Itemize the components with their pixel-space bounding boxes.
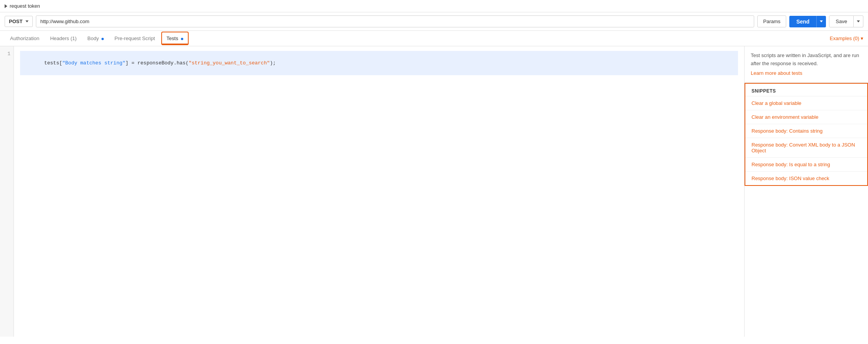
snippet-item-0[interactable]: Clear a global variable [745,96,867,110]
code-part-1: tests[ [44,60,62,66]
method-dropdown-icon [25,20,29,22]
send-dropdown-button[interactable] [816,16,826,27]
url-input[interactable] [36,15,754,27]
top-bar: request token [0,0,868,12]
tests-dot [181,38,183,40]
tabs-row: Authorization Headers (1) Body Pre-reque… [0,31,868,46]
save-button[interactable]: Save [829,15,854,27]
snippets-box: SNIPPETS Clear a global variable Clear a… [745,83,868,186]
tab-tests[interactable]: Tests [161,32,189,45]
method-label: POST [9,19,22,24]
tab-authorization[interactable]: Authorization [5,32,45,45]
save-btn-group: Save [829,15,863,27]
snippet-item-1[interactable]: Clear an environment variable [745,110,867,124]
tab-body[interactable]: Body [82,32,109,45]
send-button[interactable]: Send [789,16,816,27]
code-editor[interactable]: tests["Body matches string"] = responseB… [14,46,744,337]
learn-more-link[interactable]: Learn more about tests [751,69,862,78]
code-line-1: tests["Body matches string"] = responseB… [20,51,738,75]
expand-icon[interactable] [5,4,7,8]
snippet-item-3[interactable]: Response body: Convert XML body to a JSO… [745,138,867,157]
snippets-description: Test scripts are written in JavaScript, … [745,46,868,83]
description-text: Test scripts are written in JavaScript, … [751,52,859,66]
code-part-5: ); [270,60,276,66]
send-dropdown-icon [820,20,823,22]
code-part-3: ] = responseBody.has( [125,60,189,66]
snippet-item-4[interactable]: Response body: Is equal to a string [745,157,867,171]
main-content: 1 tests["Body matches string"] = respons… [0,46,868,337]
url-bar-row: POST Params Send Save [0,12,868,31]
request-token-label: request token [10,3,40,9]
code-part-2: "Body matches string" [62,60,125,66]
line-number-1: 1 [3,51,10,57]
body-dot [101,38,104,40]
editor-area: 1 tests["Body matches string"] = respons… [0,46,745,337]
code-part-4: "string_you_want_to_search" [189,60,270,66]
snippets-panel: Test scripts are written in JavaScript, … [745,46,868,337]
send-btn-group: Send [789,16,826,27]
examples-link[interactable]: Examples (0) ▾ [830,35,863,41]
request-token-row: request token [5,3,40,9]
method-select[interactable]: POST [5,16,33,27]
snippet-item-5[interactable]: Response body: ISON value check [745,171,867,185]
tab-headers[interactable]: Headers (1) [45,32,82,45]
tab-prerequest[interactable]: Pre-request Script [109,32,160,45]
params-button[interactable]: Params [757,15,786,27]
save-dropdown-button[interactable] [854,15,863,27]
snippet-item-2[interactable]: Response body: Contains string [745,124,867,138]
save-dropdown-icon [857,20,860,22]
snippets-header: SNIPPETS [745,84,867,96]
line-numbers: 1 [0,46,14,337]
